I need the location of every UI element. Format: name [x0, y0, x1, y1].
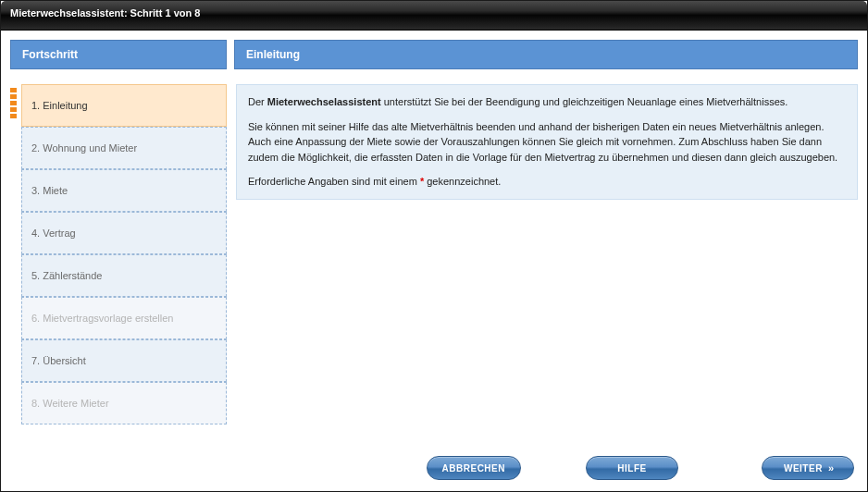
step-7-uebersicht[interactable]: 7. Übersicht: [21, 339, 227, 382]
next-button[interactable]: WEITER»: [762, 456, 854, 480]
spacer: [521, 456, 586, 480]
step-3-miete[interactable]: 3. Miete: [21, 169, 227, 212]
step-label: 8. Weitere Mieter: [31, 398, 109, 409]
intro-paragraph-2: Sie können mit seiner Hilfe das alte Mie…: [248, 119, 846, 166]
intro-bold: Mieterwechselassistent: [267, 96, 381, 107]
step-label: 6. Mietvertragsvorlage erstellen: [31, 313, 173, 324]
intro-paragraph-3: Erforderliche Angaben sind mit einem * g…: [248, 174, 846, 190]
button-label: ABBRECHEN: [442, 463, 505, 474]
step-2-wohnung-und-mieter[interactable]: 2. Wohnung und Mieter: [21, 127, 227, 169]
step-label: 3. Miete: [31, 185, 68, 196]
spacer: [14, 456, 427, 480]
progress-header: Fortschritt: [10, 40, 227, 69]
step-1-einleitung[interactable]: 1. Einleitung: [21, 84, 227, 127]
button-label: WEITER: [784, 463, 823, 474]
step-6-mietvertragsvorlage: 6. Mietvertragsvorlage erstellen: [21, 297, 227, 339]
intro-text: unterstützt Sie bei der Beendigung und g…: [381, 96, 788, 107]
step-8-weitere-mieter: 8. Weitere Mieter: [21, 382, 227, 424]
main-header-label: Einleitung: [246, 48, 300, 61]
step-5-zaehlerstaende[interactable]: 5. Zählerstände: [21, 254, 227, 297]
progress-header-label: Fortschritt: [22, 48, 78, 61]
cancel-button[interactable]: ABBRECHEN: [427, 456, 521, 480]
titlebar: Mieterwechselassistent: Schritt 1 von 8: [1, 1, 867, 31]
button-row: ABBRECHEN HILFE WEITER»: [1, 456, 867, 480]
window-title: Mieterwechselassistent: Schritt 1 von 8: [10, 7, 200, 18]
column-headers: Fortschritt Einleitung: [10, 40, 858, 69]
main-header: Einleitung: [234, 40, 858, 69]
intro-text: Erforderliche Angaben sind mit einem: [248, 176, 420, 187]
step-label: 2. Wohnung und Mieter: [31, 142, 137, 154]
intro-text: Der: [248, 96, 267, 107]
content-area: Fortschritt Einleitung 1. Einleitung 2. …: [1, 31, 867, 491]
body-row: 1. Einleitung 2. Wohnung und Mieter 3. M…: [10, 84, 858, 445]
button-label: HILFE: [617, 463, 646, 474]
chevron-right-icon: »: [828, 462, 832, 474]
intro-text: gekennzeichnet.: [424, 176, 501, 187]
spacer: [678, 456, 762, 480]
help-button[interactable]: HILFE: [586, 456, 678, 480]
step-label: 1. Einleitung: [31, 100, 88, 111]
step-label: 4. Vertrag: [31, 228, 76, 239]
steps-list: 1. Einleitung 2. Wohnung und Mieter 3. M…: [10, 84, 227, 424]
intro-panel: Der Mieterwechselassistent unterstützt S…: [236, 84, 858, 200]
intro-paragraph-1: Der Mieterwechselassistent unterstützt S…: [248, 94, 846, 110]
wizard-window: Mieterwechselassistent: Schritt 1 von 8 …: [0, 0, 868, 492]
step-indicator-icon: [10, 88, 18, 118]
step-label: 5. Zählerstände: [31, 270, 102, 281]
progress-column: 1. Einleitung 2. Wohnung und Mieter 3. M…: [10, 84, 227, 445]
step-4-vertrag[interactable]: 4. Vertrag: [21, 212, 227, 254]
step-label: 7. Übersicht: [31, 355, 86, 366]
main-column: Der Mieterwechselassistent unterstützt S…: [236, 84, 858, 445]
